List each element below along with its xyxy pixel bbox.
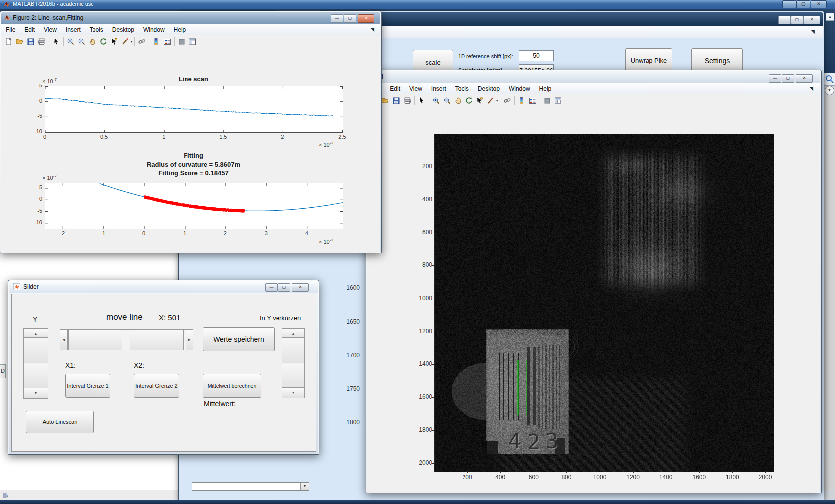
menu-item-insert[interactable]: Insert	[61, 24, 85, 35]
insert-colorbar-icon[interactable]	[516, 96, 527, 106]
brush-dropdown-icon[interactable]: ▾	[131, 40, 133, 44]
slider-maximize-button[interactable]: ▢	[278, 283, 290, 292]
print-figure-icon[interactable]	[402, 96, 413, 106]
app-minimize-button[interactable]: —	[778, 16, 791, 24]
figure2-titlebar[interactable]: Figure 2: Line_scan,Fitting — ▢ ✕	[1, 12, 380, 24]
y-slider-right[interactable]: ▲ ▼	[282, 328, 305, 398]
rightfig-maximize-button[interactable]: ▢	[782, 74, 794, 83]
brush-data-icon[interactable]	[485, 96, 496, 106]
docked-panel-tab[interactable]: D	[0, 364, 6, 378]
resize-grip-icon[interactable]: ||||▴	[3, 492, 8, 498]
app-dropdown[interactable]: ▼	[192, 482, 309, 491]
figure2-maximize-button[interactable]: ▢	[344, 14, 356, 23]
zoom-out-icon[interactable]	[76, 37, 87, 47]
slider-thumb[interactable]	[282, 337, 305, 363]
search-tile[interactable]	[823, 73, 835, 86]
slider-right-icon[interactable]: ▶	[186, 329, 193, 350]
slider-thumb[interactable]	[23, 337, 48, 363]
data-cursor-icon[interactable]	[474, 96, 485, 106]
fitting-plot[interactable]	[45, 183, 343, 229]
panel-dropdown-icon[interactable]: ▼	[825, 86, 834, 95]
brush-data-icon[interactable]	[120, 37, 131, 47]
os-restore-button[interactable]: ▢	[796, 0, 810, 8]
save-figure-icon[interactable]	[25, 37, 36, 47]
slider-minimize-button[interactable]: —	[265, 283, 278, 292]
data-cursor-icon[interactable]	[109, 37, 120, 47]
menu-item-window[interactable]: Window	[139, 24, 169, 35]
insert-colorbar-icon[interactable]	[151, 37, 162, 47]
menu-item-view[interactable]: View	[405, 84, 427, 94]
insert-legend-icon[interactable]	[527, 96, 538, 106]
print-figure-icon[interactable]	[36, 37, 47, 47]
app-close-button[interactable]: ✕	[803, 16, 820, 24]
slider-thumb[interactable]	[130, 329, 184, 350]
slider-thumb[interactable]	[282, 364, 305, 388]
y-slider-left[interactable]: ▲ ▼	[23, 328, 48, 399]
menu-item-edit[interactable]: Edit	[385, 84, 405, 94]
pan-icon[interactable]	[87, 37, 98, 47]
werte-speichern-button[interactable]: Werte speichern	[203, 327, 275, 351]
rotate-3d-icon[interactable]	[98, 37, 109, 47]
save-figure-icon[interactable]	[391, 96, 402, 106]
insert-legend-icon[interactable]	[162, 37, 173, 47]
os-close-button[interactable]: ✕	[811, 0, 827, 8]
new-figure-icon[interactable]	[3, 37, 14, 47]
linescan-y-exponent: × 10-7	[42, 77, 57, 84]
slider-close-button[interactable]: ✕	[292, 283, 309, 292]
open-file-icon[interactable]	[14, 37, 25, 47]
interval-grenze-1-button[interactable]: Interval Grenze 1	[65, 374, 110, 398]
menu-item-view[interactable]: View	[39, 24, 61, 35]
dock-arrow-icon[interactable]: ◥	[809, 86, 813, 91]
figure2-close-button[interactable]: ✕	[358, 14, 374, 23]
show-plot-tools-icon[interactable]	[187, 37, 198, 47]
zoom-out-icon[interactable]	[442, 96, 453, 106]
menu-item-file[interactable]: File	[1, 24, 20, 35]
app-maximize-button[interactable]: ▢	[791, 16, 803, 24]
ref-shift-field[interactable]: 50	[519, 50, 554, 61]
move-line-slider[interactable]: ◀ ▶	[60, 329, 193, 350]
slider-titlebar[interactable]: Slider — ▢ ✕	[9, 281, 318, 293]
dock-arrow-icon[interactable]: ◥	[371, 27, 374, 32]
hide-plot-tools-icon[interactable]	[542, 96, 553, 106]
menu-item-tools[interactable]: Tools	[451, 84, 473, 94]
slider-thumb[interactable]	[23, 364, 48, 389]
pointer-icon[interactable]	[416, 96, 427, 106]
brush-dropdown-icon[interactable]: ▾	[496, 99, 498, 103]
settings-button[interactable]: Settings	[691, 48, 743, 73]
slider-down-icon[interactable]: ▼	[23, 388, 48, 399]
interval-grenze-2-button[interactable]: Interval Grenze 2	[134, 374, 179, 398]
menu-item-desktop[interactable]: Desktop	[473, 84, 504, 94]
zoom-in-icon[interactable]	[431, 96, 442, 106]
figure2-minimize-button[interactable]: —	[331, 14, 343, 23]
menu-item-tools[interactable]: Tools	[85, 24, 108, 35]
rightfig-close-button[interactable]: ✕	[796, 74, 813, 83]
pointer-icon[interactable]	[51, 37, 62, 47]
windows-taskbar[interactable]	[0, 500, 835, 504]
pan-icon[interactable]	[453, 96, 464, 106]
link-plot-icon[interactable]	[502, 96, 513, 106]
mittelwert-berechnen-button[interactable]: Mittelwert berechnen	[203, 374, 261, 398]
collapse-panel-icon[interactable]: ▲	[826, 13, 834, 21]
slider-left-icon[interactable]: ◀	[60, 329, 68, 350]
menu-item-insert[interactable]: Insert	[427, 84, 451, 94]
rightfig-titlebar[interactable]: d — ▢ ✕	[367, 71, 820, 83]
zoom-in-icon[interactable]	[65, 37, 76, 47]
rightfig-minimize-button[interactable]: —	[769, 74, 781, 83]
interferogram-image[interactable]	[434, 134, 774, 472]
menu-item-window[interactable]: Window	[504, 84, 535, 94]
menu-item-edit[interactable]: Edit	[20, 24, 39, 35]
slider-down-icon[interactable]: ▼	[282, 387, 305, 398]
auto-linescan-button[interactable]: Auto Linescan	[26, 411, 94, 433]
menu-item-help[interactable]: Help	[169, 24, 190, 35]
rotate-3d-icon[interactable]	[464, 96, 474, 106]
show-plot-tools-icon[interactable]	[553, 96, 563, 106]
dock-arrow-icon[interactable]: ◥	[811, 29, 815, 34]
menu-item-help[interactable]: Help	[535, 84, 556, 94]
linescan-plot[interactable]	[45, 86, 343, 133]
unwrap-pike-button[interactable]: Unwrap Pike	[625, 48, 672, 73]
os-minimize-button[interactable]: —	[782, 0, 796, 8]
menu-item-desktop[interactable]: Desktop	[108, 24, 139, 35]
slider-thumb[interactable]	[68, 329, 122, 350]
link-plot-icon[interactable]	[136, 37, 147, 47]
hide-plot-tools-icon[interactable]	[176, 37, 187, 47]
